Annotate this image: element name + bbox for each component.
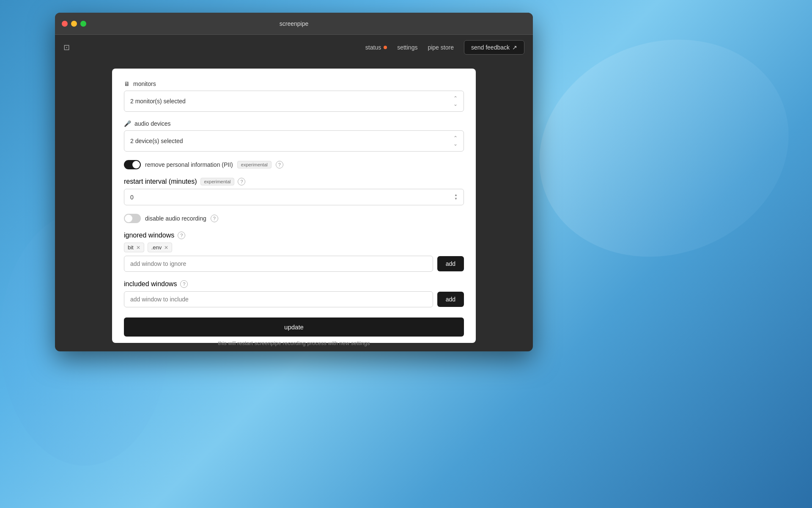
add-included-window-button[interactable]: add [437,292,464,307]
restart-interval-badge: experimental [200,178,235,185]
ignored-windows-header: ignored windows ? [124,232,464,239]
restart-interval-spinner[interactable]: ▲ ▼ [454,193,458,201]
ignored-windows-section: ignored windows ? bit ✕ .env ✕ add [124,232,464,272]
restart-interval-help-icon[interactable]: ? [238,178,245,185]
disable-audio-help-icon[interactable]: ? [211,215,218,222]
tag-bit-label: bit [128,244,134,251]
pii-toggle-thumb [132,161,140,168]
nav-home-icon[interactable]: ⊡ [63,43,70,52]
monitors-value: 2 monitor(s) selected [130,98,186,105]
restart-interval-input[interactable] [130,194,454,201]
update-note: this will restart screenpipe recording p… [124,340,464,346]
app-window: screenpipe ⊡ status settings pipe store … [55,13,533,351]
spinner-down: ▼ [454,197,458,201]
ignored-windows-input[interactable] [124,256,433,272]
audio-section: 🎤 audio devices 2 device(s) selected ⌃⌄ [124,120,464,152]
titlebar: screenpipe [55,13,533,35]
close-button[interactable] [62,21,68,27]
nav-pipe-store[interactable]: pipe store [428,44,453,51]
external-link-icon: ↗ [512,44,517,51]
pii-label: remove personal information (PII) [145,161,233,168]
pii-help-icon[interactable]: ? [276,161,283,168]
send-feedback-label: send feedback [471,44,510,51]
ignored-windows-help-icon[interactable]: ? [178,232,185,239]
nav-right: status settings pipe store send feedback… [365,40,524,55]
status-dot [384,46,387,49]
ignored-windows-label: ignored windows [124,232,174,239]
disable-audio-label: disable audio recording [145,215,206,222]
maximize-button[interactable] [80,21,86,27]
settings-panel: 🖥 monitors 2 monitor(s) selected ⌃⌄ 🎤 au… [112,69,476,343]
tag-bit-remove[interactable]: ✕ [136,245,140,251]
traffic-lights [62,21,86,27]
disable-audio-toggle[interactable] [124,214,141,223]
tag-env: .env ✕ [148,243,173,252]
audio-dropdown-arrow: ⌃⌄ [453,135,458,147]
nav-status[interactable]: status [365,44,387,51]
tag-env-remove[interactable]: ✕ [164,245,168,251]
status-label: status [365,44,381,51]
included-windows-header: included windows ? [124,280,464,288]
restart-interval-section: restart interval (minutes) experimental … [124,178,464,205]
ignored-windows-input-row: add [124,256,464,272]
tag-bit: bit ✕ [124,243,144,252]
spinner-up: ▲ [454,193,458,197]
included-windows-label: included windows [124,280,177,288]
included-windows-section: included windows ? add [124,280,464,307]
restart-interval-label: restart interval (minutes) [124,178,197,185]
monitors-label: 🖥 monitors [124,80,464,87]
window-title: screenpipe [280,20,309,27]
minimize-button[interactable] [71,21,77,27]
monitor-icon: 🖥 [124,80,130,87]
update-section: update this will restart screenpipe reco… [124,316,464,346]
audio-value: 2 device(s) selected [130,138,183,144]
send-feedback-button[interactable]: send feedback ↗ [464,40,524,55]
add-ignored-window-button[interactable]: add [437,256,464,271]
navbar: ⊡ status settings pipe store send feedba… [55,35,533,60]
disable-audio-row: disable audio recording ? [124,214,464,223]
content-area: 🖥 monitors 2 monitor(s) selected ⌃⌄ 🎤 au… [55,60,533,351]
pii-toggle[interactable] [124,160,141,169]
pii-badge: experimental [237,161,272,168]
disable-audio-toggle-thumb [125,215,132,222]
included-windows-input-row: add [124,291,464,307]
audio-dropdown[interactable]: 2 device(s) selected ⌃⌄ [124,130,464,152]
audio-icon: 🎤 [124,120,131,127]
restart-interval-input-wrapper: ▲ ▼ [124,189,464,205]
included-windows-help-icon[interactable]: ? [180,280,188,288]
restart-interval-header: restart interval (minutes) experimental … [124,178,464,185]
nav-left: ⊡ [63,43,70,52]
update-button[interactable]: update [124,318,464,337]
included-windows-input[interactable] [124,291,433,307]
pii-row: remove personal information (PII) experi… [124,160,464,169]
monitors-dropdown[interactable]: 2 monitor(s) selected ⌃⌄ [124,91,464,112]
ignored-windows-tags: bit ✕ .env ✕ [124,243,464,252]
nav-settings[interactable]: settings [397,44,417,51]
monitors-section: 🖥 monitors 2 monitor(s) selected ⌃⌄ [124,80,464,112]
audio-label: 🎤 audio devices [124,120,464,127]
monitors-dropdown-arrow: ⌃⌄ [453,95,458,107]
tag-env-label: .env [151,244,162,251]
